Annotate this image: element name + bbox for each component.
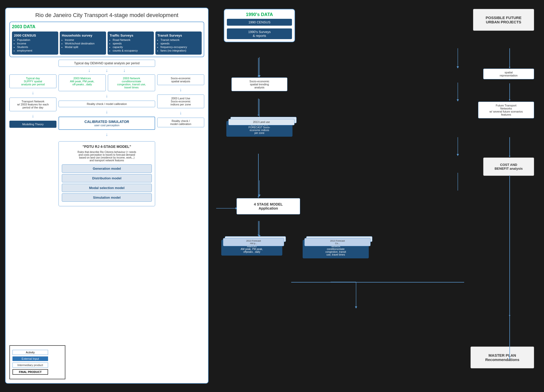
transit-card: Transit Surveys Transit network speeds f…	[155, 32, 202, 55]
forecast-network-stack: ... Forecast 2013 ForecastCo... 2008 For…	[303, 236, 374, 258]
main-container: Rio de Janeiro City Transport 4-stage mo…	[5, 8, 539, 386]
simulation-model: Simulation model	[62, 193, 152, 202]
spatial-representation-box: spatialrepresentation	[483, 69, 534, 79]
arrow-socio-land: ▼	[258, 99, 259, 115]
legend-external: External Input	[12, 356, 62, 361]
surveys-1990-box: 1990's Surveys& reports	[227, 28, 292, 39]
pdtu-box: "PDTU RJ 4-STAGE MODEL" Rules that descr…	[58, 141, 155, 206]
land-use-stack: ... Land Use 2013 Land use 2008 Land Use…	[221, 117, 298, 137]
calibrated-simulator: CALIBRATED SIMULATOR user cost perceptio…	[58, 117, 155, 130]
census-item-4: employment	[17, 49, 56, 52]
legend-intermediary-box: Intermediary product	[12, 363, 48, 368]
arrow-networks-cost: ▼	[509, 137, 510, 156]
socio-trending-box: Socio-economicspatial trendinganalysis	[231, 77, 287, 91]
pdtu-title: "PDTU RJ 4-STAGE MODEL"	[62, 145, 152, 149]
matrices-2003: 2003 MatricesAM peak, PM peak,off-peaks …	[58, 74, 106, 91]
data-1990s-box: 1990's DATA 1990 CENSUS 1990's Surveys& …	[224, 9, 295, 42]
stage-model-box: 4 STAGE MODELApplication	[237, 198, 300, 214]
traffic-item-2: speeds	[113, 42, 152, 45]
arrow-spatial-networks: ▼	[509, 83, 510, 100]
legend-intermediary: Intermediary product	[12, 363, 62, 368]
land-use-2003: 2003 Land UseSocio-economicindices per z…	[157, 95, 204, 108]
census-item-3: Students	[17, 45, 56, 49]
traffic-item-3: capacity	[113, 45, 152, 49]
arrow-junction-master: ▼	[509, 283, 510, 316]
households-item-1: Income	[65, 38, 104, 41]
data-cards-row: 2000 CENSUS Population Income Students e…	[12, 32, 202, 55]
cost-benefit-box: COST ANDBENEFIT analysis	[483, 158, 534, 176]
modelling-theory: Modelling Theory	[9, 121, 56, 128]
connector-svg	[216, 8, 539, 384]
transit-card-title: Transit Surveys	[157, 34, 200, 37]
generation-model: Generation model	[62, 164, 152, 173]
arrow-stage-forecast: ▼	[258, 221, 259, 235]
center-col: 2003 MatricesAM peak, PM peak,off-peaks …	[58, 74, 155, 208]
typical-day-demand: Typical day DEMAND spatial analysis per …	[58, 60, 155, 67]
future-networks-box: Future TransportNetworksw/ several futur…	[478, 102, 534, 118]
reality-check-2: Reality check /model calibration	[157, 118, 204, 127]
right-panel: 1990's DATA 1990 CENSUS 1990's Surveys& …	[216, 8, 539, 384]
households-card-title: Households survey	[62, 34, 104, 37]
census-item-1: Population	[17, 38, 56, 41]
transit-item-2: speeds	[160, 42, 200, 45]
traffic-item-4: counts & occupancy	[113, 49, 152, 52]
transport-network: Transport Networkw/ 2003 features for ea…	[9, 98, 56, 111]
census-1990-box: 1990 CENSUS	[227, 19, 292, 26]
census-item-2: Income	[17, 42, 56, 45]
households-card: Households survey Income Work/school des…	[60, 32, 106, 55]
legend-final: FINAL PRODUCT	[12, 369, 62, 375]
legend-activity-box: Activity	[12, 350, 48, 355]
households-item-3: Modal split	[65, 45, 104, 49]
data-1990s-label: 1990's DATA	[227, 12, 292, 17]
legend-box: Activity External Input Intermediary pro…	[9, 345, 65, 379]
pdtu-desc: Rules that describe Rio Citizens behavio…	[62, 151, 152, 162]
reality-check-1: Reality check / model calibration	[58, 101, 155, 107]
census-card: 2000 CENSUS Population Income Students e…	[12, 32, 58, 55]
master-plan-box: MASTER PLANRecommendations	[471, 347, 534, 368]
typical-day-supply: Typical daySUPPY spatialanalysis per per…	[9, 74, 56, 88]
forecast-matrices-stack: ... Forecast 2013 ForecastAM p... 2008 F…	[221, 236, 287, 256]
transit-item-1: Transit network	[160, 38, 200, 41]
arrow-1990s-socio: ▼	[258, 58, 259, 76]
legend-final-box: FINAL PRODUCT	[12, 369, 48, 375]
traffic-card: Traffic Surveys Road Network speeds capa…	[108, 32, 154, 55]
future-projects-box: POSSIBLE FUTUREURBAN PROJECTS	[473, 9, 534, 31]
census-card-title: 2000 CENSUS	[14, 34, 56, 37]
left-panel-title: Rio de Janeiro City Transport 4-stage mo…	[9, 12, 204, 19]
data-2003-label: 2003 DATA	[12, 24, 202, 29]
left-col: Typical daySUPPY spatialanalysis per per…	[9, 74, 56, 208]
transit-item-3: frequency-occupancy	[160, 45, 200, 49]
socio-economic-analysis: Socio-economicspatial analysis	[157, 74, 204, 85]
households-item-2: Work/school destination	[65, 42, 104, 45]
traffic-item-1: Road Network	[113, 38, 152, 41]
transit-item-4: fares (no integration)	[160, 49, 200, 52]
modal-selection-model: Modal selection model	[62, 184, 152, 192]
distribution-model: Distribution model	[62, 174, 152, 182]
legend-activity: Activity	[12, 350, 62, 355]
left-panel: Rio de Janeiro City Transport 4-stage mo…	[5, 8, 209, 384]
arrow-future-spatial: ▼	[509, 48, 510, 67]
data-2003-box: 2003 DATA 2000 CENSUS Population Income …	[9, 22, 204, 57]
network-2003: 2003 Networkconditions/statecongestion, …	[108, 74, 155, 91]
arrow-forecast-master-h	[291, 282, 464, 283]
arrow-cost-master: ▼	[509, 175, 510, 358]
arrow-land-stage: ▼	[258, 154, 259, 197]
legend-external-box: External Input	[12, 356, 48, 361]
right-col: Socio-economicspatial analysis ↓ 2003 La…	[157, 74, 204, 208]
middle-section: Typical daySUPPY spatialanalysis per per…	[9, 74, 204, 208]
traffic-card-title: Traffic Surveys	[110, 34, 152, 37]
